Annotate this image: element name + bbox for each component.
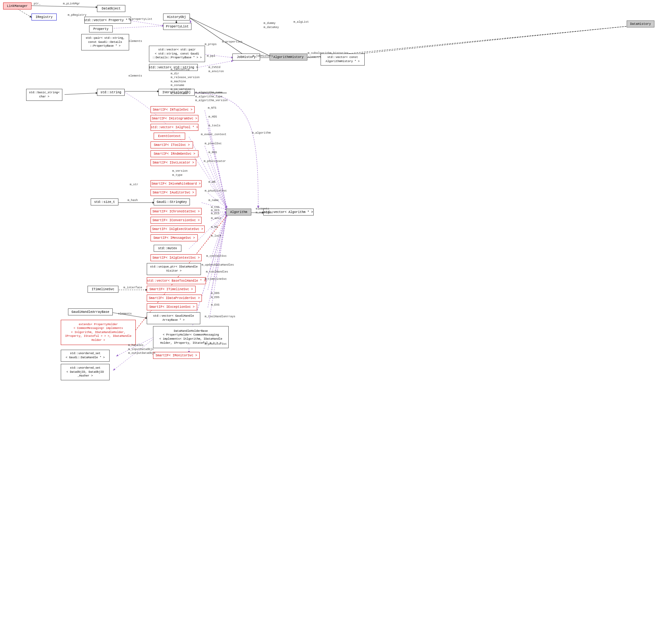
- stdbasicstring-label: std::basic_string<char >: [29, 91, 60, 99]
- label-exs: m_EXS: [211, 303, 219, 306]
- label-tools: m_tools: [209, 124, 220, 127]
- label-toolhandles: m_toolHandles: [206, 270, 228, 274]
- historyobj-label: HistoryObj: [167, 16, 186, 19]
- itimelinesvc-label: ITimelineSvc: [92, 288, 114, 291]
- label-elements2: elements: [128, 74, 142, 77]
- node-stdstring: std::string: [97, 89, 125, 96]
- label-dcs: m_DCS: [211, 209, 219, 212]
- node-smartif-ichronostatsvc: SmartIF< IChronoStatSvc >: [150, 208, 202, 215]
- propertylist-label: PropertyList: [166, 25, 189, 28]
- gaudi-stringkey-label: Gaudi::StringKey: [157, 200, 187, 204]
- node-gaudihandlearraybase: GaudiHandleArrayBase: [68, 308, 113, 315]
- svg-line-8: [189, 137, 227, 208]
- datahistory-label: DataHistory: [630, 22, 651, 26]
- node-smartif-ialgcontextsvc: SmartIF< IAlgContextSvc >: [150, 254, 202, 261]
- label-timelinesvc: m_timelineSvc: [205, 278, 227, 281]
- algorithmhistory-label: AlgorithmHistory: [273, 55, 304, 59]
- label-pauditorsvc: m_pAuditorSvc: [205, 189, 227, 192]
- svg-line-26: [209, 215, 227, 319]
- label-nts: m_NTS: [208, 107, 216, 110]
- node-iregistry: IRegistry: [31, 14, 57, 21]
- label-ptr: ptr_: [34, 2, 41, 5]
- node-propertylist: PropertyList: [163, 23, 191, 30]
- label-rgs: m_RGS: [209, 151, 217, 154]
- node-gaudi-stringkey: Gaudi::StringKey: [154, 199, 190, 205]
- smartif-ialgexecstatesvc-label: SmartIF< IAlgExecStateSvc >: [152, 228, 203, 231]
- label-psvclocator: m_pSvcLocator: [204, 160, 226, 163]
- smartif-ntuplesvc-label: SmartIF< INTupleSvc >: [153, 108, 192, 112]
- smartif-iexceptionsvc-label: SmartIF< IExceptionSvc >: [149, 305, 195, 309]
- node-property: Property: [89, 25, 113, 32]
- node-extends-propertyholder: extends< PropertyHolder< CommonMessaging…: [61, 320, 136, 345]
- label-version-type: m_versionm_type: [172, 169, 188, 177]
- label-ecs: m_ECS: [211, 212, 219, 215]
- stdsize-t-label: std::size_t: [94, 200, 115, 204]
- node-smartif-ialgexecstatesvc: SmartIF< IAlgExecStateSvc >: [150, 226, 205, 232]
- smartif-itimelinesvc-label: SmartIF< ITimelineSvc >: [149, 288, 193, 291]
- node-stdvec-property: std::vector< Property * >: [85, 17, 131, 24]
- node-smartif-irndmgensvc: SmartIF< IRndmGenSvc >: [150, 150, 198, 157]
- node-historyobj: HistoryObj: [163, 14, 190, 21]
- label-event-context: m_event_context: [201, 133, 227, 136]
- label-toolhandlearrays: m_toolHandleArrays: [205, 315, 235, 318]
- node-datahistory: DataHistory: [627, 21, 654, 27]
- node-eventcontext: EventContext: [154, 133, 185, 140]
- label-pregistry: m_pRegistry: [68, 14, 86, 17]
- label-lock: m_lock: [211, 234, 221, 237]
- svg-line-43: [129, 21, 164, 26]
- label-mstr: m_str: [130, 183, 138, 186]
- node-smartif-isvclocator: SmartIF< ISvcLocator >: [150, 159, 196, 166]
- node-dataobject: DataObject: [97, 5, 125, 12]
- node-smartif-iconversionsvc: SmartIF< IConversionSvc >: [150, 217, 202, 224]
- label-contextsvc: m_contextSvc: [206, 255, 227, 258]
- label-plinkmgr: m_pLinkMgr: [63, 2, 80, 5]
- node-stdvec-basetoolhandle: std::vector< BaseToolHandle * >: [147, 277, 206, 284]
- iregistry-label: IRegistry: [36, 16, 53, 19]
- eventcontext-label: EventContext: [158, 135, 181, 138]
- label-alg-name: m_algorithm_namem_algorithm_typem_algori…: [195, 91, 228, 103]
- node-smartif-itoolsvc: SmartIF< IToolSvc >: [150, 141, 193, 148]
- node-smartif-histogramsvc: SmartIF< IHistogramSvc >: [150, 115, 198, 122]
- label-elements1: elements: [128, 40, 142, 43]
- label-wb: m_WB: [209, 181, 215, 184]
- svg-line-21: [210, 213, 227, 269]
- label-dummy-datakey: m_dummym_dataKey: [264, 21, 279, 29]
- node-linkmanager: LinkManager: [3, 2, 31, 9]
- node-smartif-iauditorsvc: SmartIF< IAuditorSvc >: [150, 189, 196, 196]
- gaudihandlearraybase-label: GaudiHandleArrayBase: [71, 310, 109, 314]
- node-stdbasicstring: std::basic_string<char >: [26, 89, 62, 101]
- node-stdsize-t: std::size_t: [91, 199, 118, 205]
- node-smartif-idataprovidersvc: SmartIF< IDataProviderSvc >: [147, 295, 202, 301]
- node-algorithmhistory: AlgorithmHistory: [269, 53, 307, 61]
- stdvecpair-label: std::vector< std::pair< std::string, con…: [152, 48, 202, 60]
- smartif-iauditorsvc-label: SmartIF< IAuditorSvc >: [152, 191, 194, 194]
- svg-line-3: [321, 26, 628, 58]
- label-mhash: m_hash: [127, 199, 138, 202]
- stdmutex-label: std::mutex: [158, 247, 177, 250]
- label-ms: m_MS: [211, 226, 218, 229]
- node-smartif-ihivewhiteboard: SmartIF< IHiveWhiteBoard >: [150, 180, 202, 187]
- stdunordered-dataobjid-label: std::unordered_set< DataObjID, DataObjID…: [67, 366, 104, 378]
- stdunique-idatahandle-label: std::unique_ptr< IDataHandleVisitor >: [150, 265, 197, 273]
- stdvec-property-label: std::vector< Property * >: [84, 19, 131, 22]
- label-propertylist: m_propertyList: [128, 18, 152, 21]
- stdvec-ialgtool-label: std::vector< IAlgTool * >: [151, 126, 198, 129]
- smartif-iconversionsvc-label: SmartIF< IConversionSvc >: [152, 218, 200, 222]
- node-stdunordered-dataobjid: std::unordered_set< DataObjID, DataObjID…: [61, 364, 110, 380]
- svg-line-28: [65, 93, 98, 94]
- linkmanager-label: LinkManager: [7, 4, 28, 8]
- property-label: Property: [93, 27, 108, 31]
- algorithm-label: Algorithm: [230, 210, 247, 214]
- label-elements3: elements: [118, 312, 132, 315]
- label-ptoolsvc: m_ptoolSvc: [205, 142, 222, 145]
- label-aess: m_aess: [211, 217, 221, 220]
- smartif-histogramsvc-label: SmartIF< IHistogramSvc >: [152, 117, 197, 120]
- svg-line-1: [17, 9, 31, 17]
- diagram-container: LinkManager IRegistry DataObject History…: [0, 0, 661, 644]
- smartif-idataprovidersvc-label: SmartIF< IDataProviderSvc >: [149, 297, 200, 300]
- label-elements4: elements: [256, 207, 269, 210]
- smartif-imonitorsvc-label: SmartIF< IMonitorSvc >: [156, 354, 197, 357]
- label-mname: m_name: [209, 199, 218, 202]
- svg-line-0: [31, 6, 98, 7]
- label-updatedatahandles: m_updateDataHandles: [202, 263, 234, 267]
